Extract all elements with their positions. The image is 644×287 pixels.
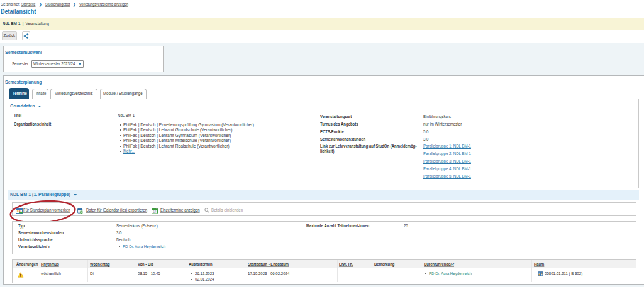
svg-text:14: 14: [153, 210, 157, 213]
